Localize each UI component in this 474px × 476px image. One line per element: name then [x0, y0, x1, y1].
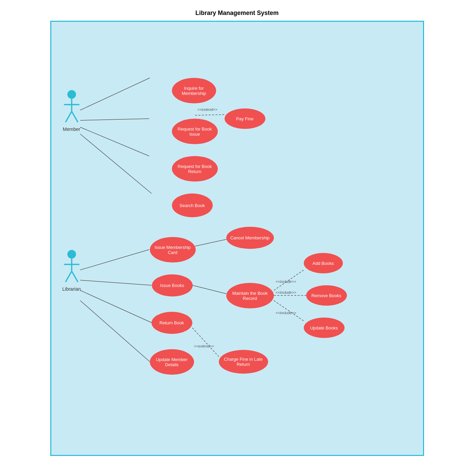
uc-request-book-issue: Request for BookIssue [172, 119, 218, 144]
svg-line-24 [72, 112, 78, 122]
uc-maintain-book-record: Maintain the BookRecord [226, 283, 274, 308]
actor-member: Member [62, 90, 82, 132]
svg-line-10 [195, 239, 226, 246]
svg-line-18 [192, 328, 219, 357]
svg-line-23 [65, 112, 71, 122]
diagram-container: <<extend>> <<include>> <<include>> <<inc… [50, 21, 424, 456]
uc-update-books: Update Books [304, 318, 345, 338]
svg-line-16 [274, 301, 304, 321]
svg-text:<<extend>>: <<extend>> [194, 344, 214, 348]
svg-line-0 [80, 78, 150, 110]
svg-line-12 [274, 270, 304, 290]
svg-text:<<include>>: <<include>> [276, 279, 296, 284]
svg-text:<<extend>>: <<extend>> [197, 107, 217, 112]
svg-line-7 [80, 280, 152, 285]
uc-cancel-membership: Cancel Membership [226, 227, 274, 249]
uc-search-book: Search Book [172, 193, 213, 217]
svg-text:<<include>>: <<include>> [276, 311, 296, 315]
uc-remove-books: Remove Books [306, 285, 347, 306]
svg-line-29 [72, 271, 78, 282]
uc-pay-fine: Pay Fine [225, 108, 265, 129]
uc-inquire-membership: Inquire forMembership [172, 78, 216, 103]
svg-line-4 [195, 115, 225, 115]
uc-update-member-details: Update MemberDetails [150, 349, 194, 375]
uc-issue-books: Issue Books [152, 274, 193, 296]
uc-add-books: Add Books [304, 253, 343, 273]
uc-charge-fine-late-return: Charge Fine in LateReturn [219, 350, 268, 374]
uc-request-book-return: Request for BookReturn [172, 156, 218, 182]
uc-return-book: Return Book [152, 312, 192, 334]
svg-point-25 [67, 250, 76, 258]
svg-line-2 [80, 127, 149, 156]
svg-line-11 [192, 285, 226, 294]
page-title: Library Management System [195, 10, 279, 17]
svg-text:<<include>>: <<include>> [276, 290, 296, 294]
actor-librarian: Librarian [62, 250, 82, 292]
svg-line-6 [80, 250, 149, 270]
svg-line-8 [80, 290, 152, 323]
svg-line-9 [80, 301, 150, 362]
member-label: Member [63, 126, 80, 132]
svg-line-28 [65, 271, 71, 282]
librarian-label: Librarian [62, 286, 81, 292]
uc-issue-membership-card: Issue MembershipCard [150, 237, 196, 262]
svg-line-1 [80, 119, 149, 120]
svg-line-3 [80, 134, 152, 193]
svg-point-20 [67, 90, 76, 99]
